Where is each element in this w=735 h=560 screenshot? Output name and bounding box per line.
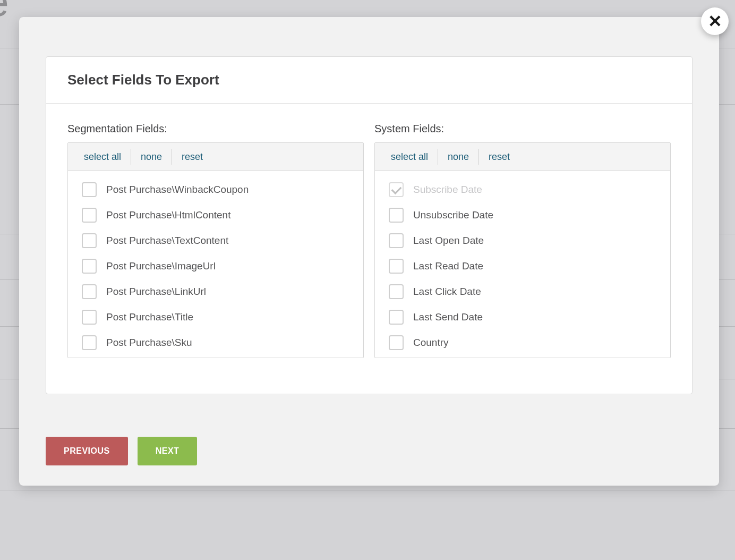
system-reset-button[interactable]: reset (479, 149, 519, 165)
segmentation-field-item[interactable]: Post Purchase\HtmlContent (82, 208, 349, 223)
segmentation-field-item[interactable]: Post Purchase\TextContent (82, 233, 349, 248)
system-field-box: select all none reset Subscribe DateUnsu… (374, 142, 671, 358)
modal-footer: PREVIOUS NEXT (46, 437, 197, 465)
checkbox[interactable] (82, 335, 97, 350)
field-label: Last Open Date (413, 235, 484, 247)
field-label: Post Purchase\WinbackCoupon (106, 184, 249, 196)
close-icon: ✕ (708, 11, 722, 31)
system-none-button[interactable]: none (438, 149, 478, 165)
segmentation-field-item[interactable]: Post Purchase\ImageUrl (82, 259, 349, 274)
system-column: System Fields: select all none reset Sub… (374, 123, 671, 358)
next-button[interactable]: NEXT (138, 437, 198, 465)
segmentation-field-item[interactable]: Post Purchase\Sku (82, 335, 349, 350)
divider (0, 490, 735, 490)
modal-title: Select Fields To Export (67, 72, 671, 88)
segmentation-column: Segmentation Fields: select all none res… (67, 123, 364, 358)
system-toolbar: select all none reset (375, 143, 670, 171)
checkbox[interactable] (389, 310, 404, 325)
system-field-item[interactable]: Last Click Date (389, 284, 656, 299)
field-label: Post Purchase\Sku (106, 337, 192, 349)
field-label: Post Purchase\TextContent (106, 235, 228, 247)
export-fields-modal: ✕ Select Fields To Export Segmentation F… (19, 17, 719, 486)
field-label: Last Send Date (413, 311, 483, 323)
segmentation-toolbar: select all none reset (68, 143, 363, 171)
checkbox[interactable] (82, 208, 97, 223)
field-label: Last Click Date (413, 286, 481, 298)
segmentation-field-item[interactable]: Post Purchase\Title (82, 310, 349, 325)
segmentation-reset-button[interactable]: reset (172, 149, 212, 165)
segmentation-field-list: Post Purchase\WinbackCouponPost Purchase… (68, 171, 363, 358)
background-page-title: iase (0, 0, 8, 25)
checkbox (389, 182, 404, 197)
modal-header: Select Fields To Export (46, 57, 692, 104)
segmentation-field-box: select all none reset Post Purchase\Winb… (67, 142, 364, 358)
field-label: Country (413, 337, 449, 349)
system-field-item[interactable]: Country (389, 335, 656, 350)
modal-card: Select Fields To Export Segmentation Fie… (46, 56, 693, 394)
checkbox[interactable] (389, 233, 404, 248)
field-label: Post Purchase\LinkUrl (106, 286, 206, 298)
segmentation-none-button[interactable]: none (131, 149, 172, 165)
field-label: Post Purchase\HtmlContent (106, 209, 230, 221)
checkbox[interactable] (82, 233, 97, 248)
checkbox[interactable] (389, 259, 404, 274)
checkbox[interactable] (82, 284, 97, 299)
field-label: Post Purchase\Title (106, 311, 193, 323)
field-label: Unsubscribe Date (413, 209, 493, 221)
system-field-item[interactable]: Unsubscribe Date (389, 208, 656, 223)
system-field-item[interactable]: Last Open Date (389, 233, 656, 248)
field-label: Post Purchase\ImageUrl (106, 260, 216, 272)
segmentation-heading: Segmentation Fields: (67, 123, 364, 135)
field-label: Last Read Date (413, 260, 483, 272)
system-field-item: Subscribe Date (389, 182, 656, 197)
segmentation-field-item[interactable]: Post Purchase\WinbackCoupon (82, 182, 349, 197)
field-label: Subscribe Date (413, 184, 482, 196)
checkbox[interactable] (82, 310, 97, 325)
segmentation-field-item[interactable]: Post Purchase\LinkUrl (82, 284, 349, 299)
checkbox[interactable] (82, 259, 97, 274)
system-select-all-button[interactable]: select all (381, 149, 438, 165)
checkbox[interactable] (82, 182, 97, 197)
system-field-item[interactable]: Last Send Date (389, 310, 656, 325)
previous-button[interactable]: PREVIOUS (46, 437, 128, 465)
system-heading: System Fields: (374, 123, 671, 135)
modal-body: Segmentation Fields: select all none res… (46, 104, 692, 390)
system-field-list: Subscribe DateUnsubscribe DateLast Open … (375, 171, 670, 358)
checkbox[interactable] (389, 284, 404, 299)
segmentation-select-all-button[interactable]: select all (74, 149, 131, 165)
checkbox[interactable] (389, 335, 404, 350)
system-field-item[interactable]: Last Read Date (389, 259, 656, 274)
checkbox[interactable] (389, 208, 404, 223)
close-button[interactable]: ✕ (701, 7, 729, 35)
